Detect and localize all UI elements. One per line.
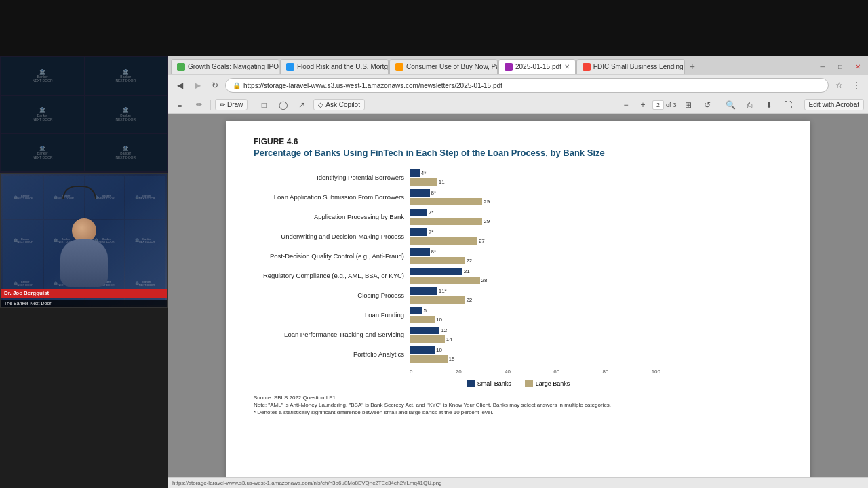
large-bar-row-8: 14: [410, 335, 783, 343]
chart-row-6: Closing Process11*22: [254, 287, 783, 304]
tab-2-label: Flood Risk and the U.S. Mortgage...: [297, 63, 389, 70]
large-bar-4: [410, 257, 465, 264]
print-button[interactable]: ⎙: [743, 98, 757, 113]
bars-group-1: 8*29: [410, 188, 783, 205]
edit-acrobat-button[interactable]: Edit with Acrobat: [804, 99, 864, 110]
small-bar-9: [410, 346, 435, 354]
source-line-2: Note: "AML" is Anti-Money Laundering, "B…: [254, 401, 783, 409]
bg-logo: 🏦BankerNEXT DOOR: [125, 220, 165, 262]
chart-label-5: Regulatory Compliance (e.g., AML, BSA, o…: [254, 272, 410, 279]
webcam-feed: 🏦BankerNEXT DOOR 🏦BankerNEXT DOOR 🏦Banke…: [0, 173, 168, 308]
small-value-1: 8*: [431, 190, 437, 196]
chart-label-3: Underwriting and Decision-Making Process: [254, 232, 410, 240]
tab-2[interactable]: Flood Risk and the U.S. Mortgage... ✕: [280, 59, 389, 74]
presenter-title-badge: The Banker Next Door: [1, 300, 167, 307]
bars-group-3: 7*27: [410, 228, 783, 245]
toolbar-nav-1[interactable]: ≡: [172, 98, 187, 113]
legend-small-label: Small Banks: [477, 380, 511, 387]
copilot-icon: ◇: [318, 101, 323, 108]
download-button[interactable]: ⬇: [762, 98, 776, 113]
chart-row-0: Identifying Potential Borrowers4*11: [254, 169, 783, 186]
webcam-top-area: 🏦BankerNEXT DOOR 🏦BankerNEXT DOOR 🏦Banke…: [0, 56, 168, 173]
forward-button[interactable]: ▶: [190, 78, 205, 93]
rotate-button[interactable]: ↺: [700, 98, 715, 113]
maximize-button[interactable]: □: [833, 59, 848, 74]
source-line-3: * Denotes a statistically significant di…: [254, 409, 783, 416]
back-button[interactable]: ◀: [172, 78, 187, 93]
chart-label-0: Identifying Potential Borrowers: [254, 174, 410, 181]
pdf-content-area: FIGURE 4.6 Percentage of Banks Using Fin…: [168, 114, 868, 488]
toolbar-btn-3[interactable]: ◯: [275, 98, 290, 113]
large-bar-9: [410, 355, 448, 363]
tab-4[interactable]: 2025-01-15.pdf ✕: [498, 59, 576, 74]
x-tick-80: 80: [602, 369, 608, 375]
bars-group-4: 8*22: [410, 247, 783, 264]
close-window-button[interactable]: ✕: [850, 59, 865, 74]
chart-row-2: Application Processing by Bank7*29: [254, 208, 783, 225]
large-value-1: 29: [484, 199, 490, 205]
small-value-7: 5: [424, 308, 427, 314]
bars-group-8: 1214: [410, 326, 783, 343]
new-tab-button[interactable]: +: [686, 60, 699, 73]
small-value-5: 21: [464, 268, 470, 274]
bars-group-6: 11*22: [410, 287, 783, 304]
draw-button[interactable]: ✏ Draw: [215, 99, 248, 110]
small-value-0: 4*: [421, 170, 427, 176]
small-bar-4: [410, 248, 430, 256]
large-bar-row-9: 15: [410, 354, 783, 363]
presenter-name-badge: Dr. Joe Bergquist: [1, 289, 167, 298]
search-button[interactable]: 🔍: [724, 98, 738, 113]
zoom-out-button[interactable]: −: [618, 98, 633, 113]
source-text: Source: SBLS 2022 Question I.E1. Note: "…: [254, 394, 783, 417]
small-bar-row-6: 11*: [410, 287, 783, 295]
small-bar-row-9: 10: [410, 346, 783, 354]
large-value-2: 29: [484, 218, 490, 224]
large-bar-row-1: 29: [410, 197, 783, 205]
x-tick-20: 20: [456, 369, 462, 375]
tab-3[interactable]: Consumer Use of Buy Now, Pay... ✕: [389, 59, 498, 74]
toolbar-nav-2[interactable]: ✏: [191, 98, 206, 113]
large-value-3: 27: [479, 238, 485, 244]
separator-3: [719, 100, 719, 110]
small-bar-row-0: 4*: [410, 169, 783, 177]
large-bar-6: [410, 296, 465, 304]
bg-logo: 🏦BankerNEXT DOOR: [3, 262, 43, 305]
large-bar-row-4: 22: [410, 256, 783, 264]
small-value-3: 7*: [429, 229, 434, 235]
chart-row-3: Underwriting and Decision-Making Process…: [254, 228, 783, 245]
tab-1[interactable]: Growth Goals: Navigating IPOs &... ✕: [171, 59, 279, 74]
minimize-button[interactable]: ─: [815, 59, 830, 74]
zoom-in-button[interactable]: +: [635, 98, 650, 113]
large-bar-row-7: 10: [410, 315, 783, 323]
tab-5[interactable]: FDIC Small Business Lending Sur... ✕: [576, 59, 685, 74]
fit-page-button[interactable]: ⊞: [681, 98, 696, 113]
small-bar-5: [410, 268, 462, 275]
browser-window: Growth Goals: Navigating IPOs &... ✕ Flo…: [168, 56, 868, 488]
large-value-8: 14: [446, 336, 452, 342]
bg-logo: 🏦BankerNEXT DOOR: [3, 220, 43, 262]
tab-5-label: FDIC Small Business Lending Sur...: [593, 63, 685, 70]
fullscreen-button[interactable]: ⛶: [781, 98, 795, 113]
toolbar-btn-2[interactable]: □: [256, 98, 271, 113]
bars-group-5: 2128: [410, 267, 783, 284]
bookmark-button[interactable]: ☆: [831, 78, 846, 93]
tab-bar: Growth Goals: Navigating IPOs &... ✕ Flo…: [168, 56, 868, 75]
tab-3-label: Consumer Use of Buy Now, Pay...: [406, 63, 498, 70]
small-bar-row-3: 7*: [410, 228, 783, 236]
toolbar-btn-4[interactable]: ↗: [294, 98, 309, 113]
large-bar-row-2: 29: [410, 217, 783, 225]
bg-logo: 🏦BankerNEXT DOOR: [125, 262, 165, 305]
pdf-page: FIGURE 4.6 Percentage of Banks Using Fin…: [226, 121, 810, 488]
chart-row-7: Loan Funding510: [254, 306, 783, 323]
small-bar-row-5: 21: [410, 267, 783, 275]
reload-button[interactable]: ↻: [208, 78, 222, 93]
pdf-toolbar: ≡ ✏ ✏ Draw □ ◯ ↗ ◇ Ask Copilot − + 2 of …: [168, 96, 868, 114]
large-bar-row-0: 11: [410, 178, 783, 186]
tab-4-close[interactable]: ✕: [564, 63, 570, 70]
chart-label-6: Closing Process: [254, 291, 410, 299]
settings-button[interactable]: ⋮: [849, 78, 864, 93]
large-bar-1: [410, 198, 482, 205]
bars-group-7: 510: [410, 306, 783, 323]
ask-copilot-button[interactable]: ◇ Ask Copilot: [313, 99, 365, 110]
address-input[interactable]: 🔒 https://storage-laravel-www.s3.us-west…: [225, 78, 829, 93]
